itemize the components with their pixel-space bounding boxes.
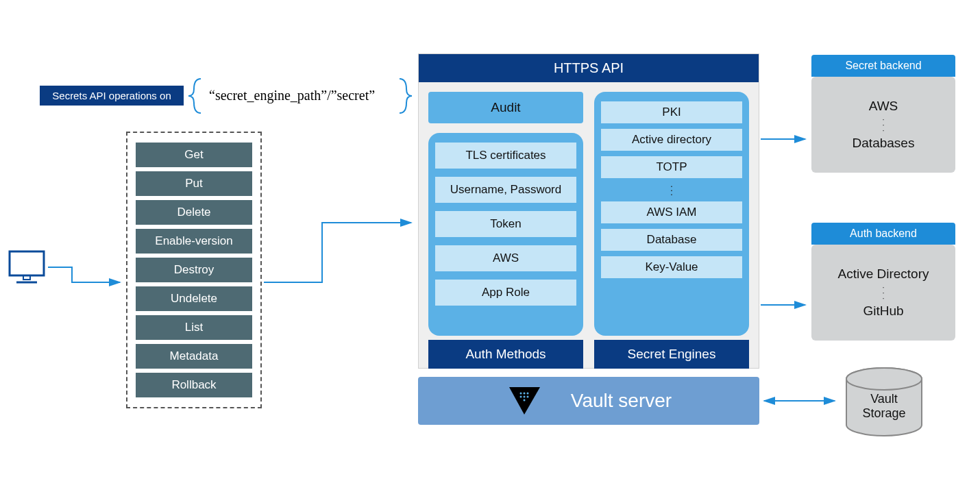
vault-server-box: Vault server	[418, 377, 759, 425]
se-awsiam: AWS IAM	[601, 201, 742, 223]
secret-backend-db: Databases	[811, 136, 955, 151]
brace-icon	[187, 75, 208, 116]
auth-approle: App Role	[435, 280, 576, 306]
se-ad: Active directory	[601, 129, 742, 151]
vault-storage-label: Vault Storage	[840, 392, 929, 421]
vault-storage-line2: Storage	[840, 406, 929, 421]
secret-backend-aws: AWS	[811, 99, 955, 114]
svg-point-9	[526, 396, 528, 398]
auth-userpass: Username, Password	[435, 177, 576, 203]
secret-backend-title: Secret backend	[811, 55, 955, 77]
op-delete: Delete	[136, 200, 252, 225]
op-list: List	[136, 315, 252, 340]
auth-backend-ad: Active Directory	[811, 267, 955, 282]
secret-engines-panel: PKI Active directory TOTP ··· AWS IAM Da…	[594, 92, 749, 336]
svg-rect-0	[10, 251, 44, 275]
auth-aws: AWS	[435, 245, 576, 271]
svg-point-8	[523, 396, 525, 398]
vault-storage-line1: Vault	[840, 392, 929, 406]
dots-icon: ···	[601, 184, 742, 196]
https-api-header: HTTPS API	[419, 54, 759, 82]
op-enable-version: Enable-version	[136, 229, 252, 254]
se-pki: PKI	[601, 101, 742, 123]
auth-token: Token	[435, 211, 576, 237]
op-put: Put	[136, 171, 252, 196]
brace-close-icon	[394, 75, 415, 116]
secrets-api-label: Secrets API operations on	[40, 86, 184, 106]
svg-rect-1	[23, 275, 30, 280]
svg-point-7	[519, 396, 522, 398]
secret-engines-label: Secret Engines	[594, 340, 749, 369]
op-get: Get	[136, 143, 252, 167]
operations-container: Get Put Delete Enable-version Destroy Un…	[126, 132, 262, 408]
op-destroy: Destroy	[136, 258, 252, 282]
auth-tls: TLS certificates	[435, 143, 576, 169]
auth-methods-label: Auth Methods	[428, 340, 583, 369]
svg-point-12	[846, 368, 922, 390]
monitor-icon	[6, 248, 47, 286]
se-kv: Key-Value	[601, 256, 742, 278]
se-totp: TOTP	[601, 156, 742, 178]
svg-point-4	[519, 393, 522, 395]
auth-backend-title: Auth backend	[811, 223, 955, 245]
path-text: “secret_engine_path”/”secret”	[209, 88, 375, 103]
svg-point-10	[523, 399, 525, 402]
se-database: Database	[601, 229, 742, 251]
secret-backend-box: Secret backend AWS ··· Databases	[811, 55, 955, 173]
op-rollback: Rollback	[136, 373, 252, 397]
op-undelete: Undelete	[136, 286, 252, 311]
auth-backend-box: Auth backend Active Directory ··· GitHub	[811, 223, 955, 341]
op-metadata: Metadata	[136, 344, 252, 369]
audit-box: Audit	[428, 92, 583, 123]
auth-methods-panel: TLS certificates Username, Password Toke…	[428, 133, 583, 336]
svg-point-6	[526, 393, 528, 395]
api-main-box: HTTPS API Audit TLS certificates Usernam…	[418, 53, 759, 369]
dots-icon: ···	[811, 284, 955, 301]
vault-server-label: Vault server	[571, 390, 672, 412]
auth-backend-github: GitHub	[811, 304, 955, 319]
vault-logo-icon	[506, 384, 543, 418]
svg-point-5	[523, 393, 525, 395]
dots-icon: ···	[811, 116, 955, 133]
